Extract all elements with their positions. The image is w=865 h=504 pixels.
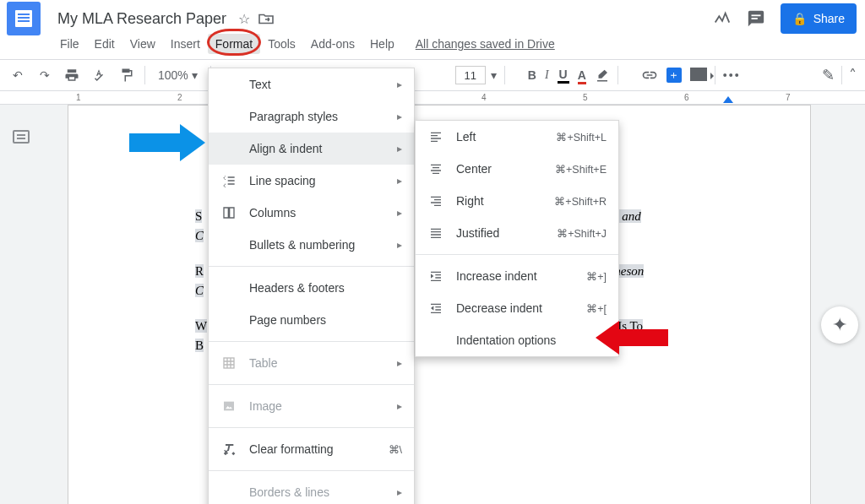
line-spacing-icon	[220, 174, 237, 187]
move-to-folder-icon[interactable]	[258, 13, 274, 24]
lock-icon: 🔒	[792, 12, 807, 25]
annotation-blue-arrow	[129, 124, 205, 161]
annotation-red-arrow	[596, 321, 668, 355]
increase-indent-icon	[427, 269, 444, 283]
format-menu-clear-formatting[interactable]: Clear formatting ⌘\	[209, 433, 414, 465]
ruler-tick: 1	[76, 93, 81, 102]
underline-button[interactable]: U	[558, 68, 569, 84]
editing-mode-button[interactable]: ✎	[822, 66, 835, 84]
image-icon	[220, 399, 237, 413]
submenu-arrow-icon: ▸	[397, 175, 402, 187]
format-menu-image: Image ▸	[209, 390, 414, 422]
chevron-down-icon: ▾	[192, 68, 198, 82]
comments-icon[interactable]	[747, 9, 765, 28]
insert-link-button[interactable]	[641, 70, 658, 80]
redo-button[interactable]: ↷	[34, 64, 56, 86]
align-center[interactable]: Center ⌘+Shift+E	[416, 153, 618, 185]
highlight-button[interactable]	[595, 68, 610, 83]
format-menu-borders-lines: Borders & lines ▸	[209, 476, 414, 504]
menu-tools[interactable]: Tools	[260, 34, 303, 54]
activity-icon[interactable]	[713, 9, 732, 28]
format-menu-bullets[interactable]: Bullets & numbering ▸	[209, 229, 414, 261]
outline-toggle-button[interactable]	[13, 130, 30, 144]
menu-edit[interactable]: Edit	[87, 34, 122, 54]
shortcut-label: ⌘+Shift+J	[557, 227, 607, 240]
chevron-down-icon[interactable]: ▾	[491, 68, 497, 82]
submenu-arrow-icon: ▸	[397, 357, 402, 369]
menu-addons[interactable]: Add-ons	[303, 34, 362, 54]
format-menu-align-indent[interactable]: Align & indent ▸	[209, 133, 414, 165]
format-menu-text[interactable]: Text ▸	[209, 68, 414, 100]
menu-insert[interactable]: Insert	[163, 34, 208, 54]
clear-formatting-icon	[220, 442, 237, 456]
align-right[interactable]: Right ⌘+Shift+R	[416, 185, 618, 217]
star-icon[interactable]: ☆	[238, 11, 250, 27]
menu-format[interactable]: Format	[208, 34, 260, 54]
doc-text: S	[195, 209, 202, 223]
align-justified[interactable]: Justified ⌘+Shift+J	[416, 217, 618, 249]
document-title[interactable]: My MLA Research Paper	[52, 8, 231, 30]
save-status[interactable]: All changes saved in Drive	[416, 37, 555, 51]
print-button[interactable]	[61, 64, 83, 86]
bold-button[interactable]: B	[528, 68, 536, 82]
insert-image-button[interactable]	[690, 68, 707, 84]
doc-text: C	[195, 229, 204, 242]
shortcut-label: ⌘+Shift+E	[555, 163, 607, 176]
paint-format-button[interactable]	[115, 64, 137, 86]
table-icon	[220, 356, 237, 370]
decrease-indent[interactable]: Decrease indent ⌘+[	[416, 292, 618, 324]
submenu-arrow-icon: ▸	[397, 486, 402, 498]
italic-button[interactable]: I	[545, 68, 549, 82]
align-right-icon	[427, 194, 444, 208]
indentation-options[interactable]: Indentation options	[416, 324, 618, 356]
format-menu-headers-footers[interactable]: Headers & footers	[209, 272, 414, 304]
increase-indent[interactable]: Increase indent ⌘+]	[416, 260, 618, 292]
svg-rect-0	[751, 14, 760, 16]
menu-help[interactable]: Help	[362, 34, 402, 54]
font-size-input[interactable]: 11	[455, 66, 486, 84]
submenu-arrow-icon: ▸	[397, 400, 402, 412]
format-menu-columns[interactable]: Columns ▸	[209, 197, 414, 229]
decrease-indent-icon	[427, 301, 444, 315]
shortcut-label: ⌘+Shift+L	[556, 131, 607, 144]
spellcheck-button[interactable]	[88, 64, 110, 86]
share-button[interactable]: 🔒 Share	[781, 3, 857, 34]
menu-view[interactable]: View	[122, 34, 163, 54]
insert-comment-button[interactable]: ＋	[666, 68, 682, 83]
explore-button[interactable]: ✦	[821, 306, 858, 344]
ruler-tick: 7	[786, 93, 791, 102]
shortcut-label: ⌘\	[389, 443, 402, 456]
ruler-tick: 4	[481, 93, 487, 102]
share-button-label: Share	[813, 12, 845, 25]
svg-rect-1	[751, 18, 757, 19]
align-justify-icon	[427, 226, 444, 240]
docs-app-icon[interactable]	[7, 2, 41, 35]
align-left-icon	[427, 130, 444, 144]
horizontal-ruler[interactable]: 1 2 3 4 5 6 7	[0, 91, 865, 105]
columns-icon	[220, 206, 237, 219]
format-menu-line-spacing[interactable]: Line spacing ▸	[209, 165, 414, 197]
doc-text: W	[195, 319, 207, 333]
doc-text: R	[195, 264, 204, 278]
shortcut-label: ⌘+]	[586, 270, 607, 283]
menu-file[interactable]: File	[52, 34, 87, 54]
submenu-arrow-icon: ▸	[397, 239, 402, 251]
collapse-toolbar-button[interactable]: ˄	[849, 66, 857, 84]
shortcut-label: ⌘+[	[586, 302, 607, 315]
format-menu-paragraph-styles[interactable]: Paragraph styles ▸	[209, 100, 414, 133]
submenu-arrow-icon: ▸	[397, 143, 402, 154]
align-left[interactable]: Left ⌘+Shift+L	[416, 121, 618, 153]
zoom-value: 100%	[158, 68, 188, 82]
shortcut-label: ⌘+Shift+R	[554, 195, 607, 208]
submenu-arrow-icon: ▸	[397, 79, 402, 90]
format-menu-page-numbers[interactable]: Page numbers	[209, 304, 414, 336]
right-margin-marker[interactable]	[723, 96, 733, 103]
doc-text: B	[195, 339, 204, 352]
align-indent-submenu: Left ⌘+Shift+L Center ⌘+Shift+E Right ⌘+…	[415, 120, 619, 357]
text-color-button[interactable]: A	[578, 68, 586, 82]
more-tools-button[interactable]: •••	[723, 68, 741, 82]
format-dropdown-menu: Text ▸ Paragraph styles ▸ Align & indent…	[208, 68, 415, 504]
zoom-selector[interactable]: 100% ▾	[153, 68, 203, 82]
undo-button[interactable]: ↶	[7, 64, 29, 86]
ruler-tick: 6	[684, 93, 689, 102]
